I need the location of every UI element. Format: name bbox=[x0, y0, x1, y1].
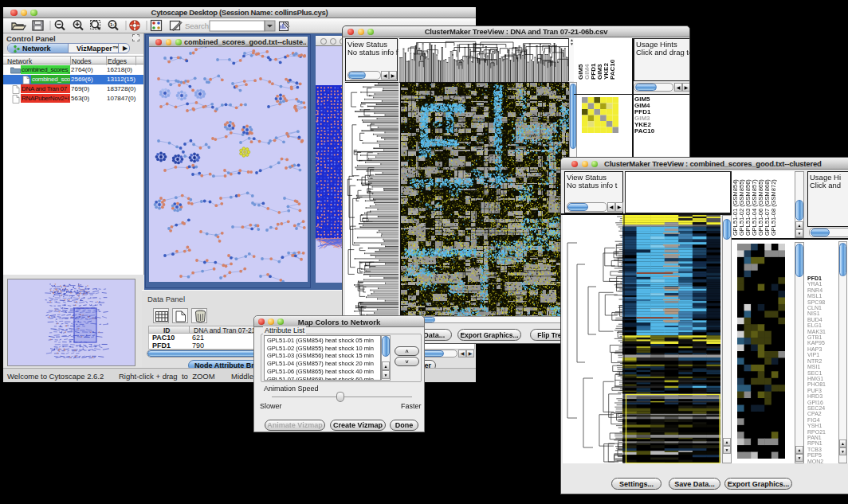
svg-text:1:1: 1:1 bbox=[110, 22, 117, 27]
svg-text:Search:: Search: bbox=[185, 21, 211, 30]
